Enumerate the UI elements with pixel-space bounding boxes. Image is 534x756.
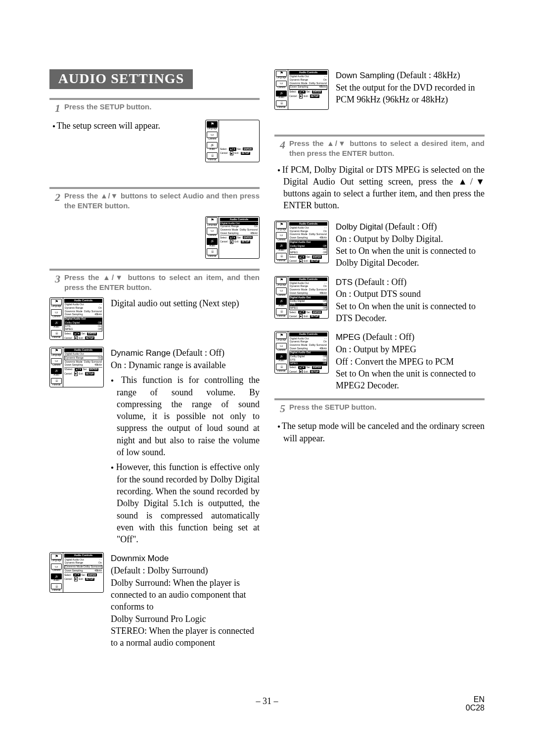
mpeg-l2: Off : Convert the MPEG to PCM [336,357,454,367]
osd-row: Dolby Digital [65,322,80,325]
osd-title: Audio Controls [289,332,327,336]
setup-chip: SETUP [241,152,250,155]
hint: Set : [83,368,88,371]
step-text: Press the ▲/▼ buttons to select a desire… [289,139,485,159]
sidebar-label: Camera [275,294,288,297]
osd-title: Audio Controls [289,222,327,226]
right-column: Language Camera Audio Parental Audio Con… [274,69,485,656]
sidebar-label: Parental [50,589,63,592]
camera-icon [276,287,287,294]
downsampling-block: Language Camera Audio Parental Audio Con… [274,69,485,110]
osd-val: On [98,357,101,360]
setup-chip: SETUP [310,315,319,318]
sidebar-label: Language [50,305,63,308]
osd-row: Dynamic Range [290,79,308,82]
hint: Set : [307,91,312,93]
osd-val: On [98,562,102,565]
hint: Exit : [79,373,84,375]
arrows-icon [73,332,81,335]
mpeg-default: (Default : Off) [363,332,415,342]
camera-icon [276,232,287,239]
sidebar-label: Audio [50,374,63,377]
digital-audio-out-text: Digital audio out setting (Next step) [111,297,260,340]
sidebar-label: Language [206,224,219,227]
enter-chip: ENTER [312,255,321,258]
speaker-icon [207,142,218,149]
osd-val: 48kHz [319,347,327,350]
digital-audio-out-block: Language Camera Audio Parental Audio Con… [49,297,260,340]
osd-val: 48kHz [319,236,327,239]
dynamic-range-text: Dynamic Range (Default : Off) On : Dynam… [111,347,260,545]
hint: Select : [220,148,228,150]
hint: Exit : [304,260,309,262]
osd-row: Down Sampling [290,236,308,239]
sidebar-label: Camera [50,364,63,367]
downsampling-head: Down Sampling [336,71,395,80]
sidebar-label: Audio [206,245,219,248]
osd-title: Audio Controls [289,71,327,75]
footer-right: EN 0C28 [466,695,485,712]
hint: Set : [307,366,312,369]
hint: Exit : [304,371,309,373]
step-text: Press the SETUP button. [289,402,485,412]
osd-val: 48kHz [250,232,258,235]
mpeg-l3: Set to On when the unit is connected to … [336,369,476,390]
osd-val: 48kHz [94,364,102,367]
osd-row: MPEG [290,307,298,310]
hint: Cancel : [289,95,298,97]
osd-val: 48kHz [94,313,102,316]
osd-downsampling: Language Camera Audio Parental Audio Con… [274,69,329,110]
step-number: 1 [49,102,60,115]
mpeg-l1: On : Output by MPEG [336,344,416,354]
dd-head: Dolby Digital [336,222,383,232]
sidebar-label: Camera [206,235,219,237]
dts-text: DTS (Default : Off) On : Output DTS soun… [336,276,485,325]
sidebar-label: Language [275,229,288,232]
step-2: 2 Press the ▲/▼ buttons to select Audio … [49,191,260,211]
osd-val: Off [323,307,326,310]
osd-title: Audio Controls [64,299,102,303]
enter-chip: ENTER [312,311,321,314]
osd-val: Off [323,251,326,254]
stop-icon [74,336,78,340]
setup-chip: SETUP [85,336,94,339]
setup-chip: SETUP [310,260,319,263]
hint: Cancel : [220,240,229,243]
step-5: 5 Press the SETUP button. [274,402,485,415]
osd-title: Audio Controls [220,218,258,222]
step-1: 1 Press the SETUP button. [49,102,260,115]
setup-chip: SETUP [241,240,250,243]
dd-l1: On : Output by Dolby Digital. [336,234,443,244]
stop-icon [299,314,303,318]
stop-icon [230,240,234,244]
step-number: 4 [274,139,285,151]
sidebar-label: Language [50,560,63,563]
sidebar-label: Parental [275,370,288,373]
downmix-default: (Default : Dolby Surround) [111,566,208,575]
mpeg-block: Language Camera Audio Parental Audio Con… [274,331,485,391]
osd-val: Off [323,362,326,365]
stop-icon [299,94,303,98]
sidebar-label: Audio [50,326,63,329]
speaker-icon [51,320,62,327]
sidebar-label: Camera [275,349,288,352]
hint: Select : [220,236,228,239]
sidebar-label: Parental [275,106,288,109]
arrows-icon [298,91,306,94]
hint: Select : [289,311,297,314]
osd-val: On [323,303,326,306]
downmix-l3: STEREO: When the player is connected to … [111,626,254,648]
sidebar-label: Language [50,354,63,357]
dd-l2: Set to On when the unit is connected to … [336,246,476,268]
setup-chip: SETUP [85,372,94,375]
hint: Exit : [79,337,84,339]
body-text: The setup mode will be canceled and the … [274,420,485,444]
osd-val: On [323,79,327,82]
arrows-icon [229,236,236,239]
step-number: 5 [274,402,285,415]
sidebar-label: Camera [275,239,288,242]
step1-content: The setup screen will appear. Language C… [49,120,260,162]
osd-row: Dynamic Range [65,562,83,565]
camera-icon [207,228,218,235]
osd-title: Audio Controls [64,348,102,352]
